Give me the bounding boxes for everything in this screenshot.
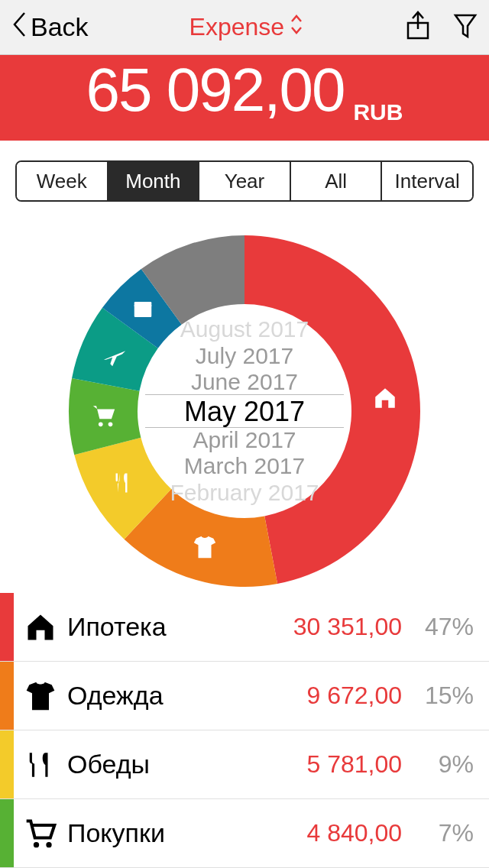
total-amount: 65 092,00 <box>86 55 345 125</box>
filter-icon[interactable] <box>452 11 478 44</box>
cart-icon <box>90 403 118 432</box>
navbar-actions <box>405 11 478 44</box>
category-name: Одежда <box>67 681 306 711</box>
film-icon <box>131 298 154 324</box>
category-percent: 15% <box>419 682 474 710</box>
category-amount: 30 351,00 <box>293 613 402 641</box>
house-icon <box>14 611 67 644</box>
category-amount: 5 781,00 <box>306 750 402 779</box>
plane-icon <box>102 342 128 371</box>
category-name: Ипотека <box>67 612 293 642</box>
cutlery-icon <box>110 470 133 499</box>
month-option[interactable]: May 2017 <box>153 395 336 426</box>
updown-icon <box>289 13 304 41</box>
page-title: Expense <box>189 13 285 41</box>
chevron-back-icon <box>11 11 28 44</box>
category-row[interactable]: Ипотека30 351,0047% <box>0 593 489 662</box>
cutlery-icon <box>14 748 67 782</box>
category-color-bar <box>0 593 14 661</box>
total-banner: 65 092,00 RUB <box>0 55 489 141</box>
month-option[interactable]: June 2017 <box>153 369 336 396</box>
category-percent: 47% <box>419 613 474 641</box>
back-button[interactable]: Back <box>11 11 89 44</box>
category-amount: 4 840,00 <box>306 819 402 847</box>
category-name: Обеды <box>67 750 306 779</box>
segment-all[interactable]: All <box>291 162 383 200</box>
category-row[interactable]: Покупки4 840,007% <box>0 799 489 868</box>
period-segmented: WeekMonthYearAllInterval <box>0 141 489 202</box>
tshirt-icon <box>14 679 67 713</box>
segment-week[interactable]: Week <box>17 162 108 200</box>
month-picker[interactable]: August 2017July 2017June 2017May 2017Apr… <box>153 316 336 506</box>
share-icon[interactable] <box>405 11 431 44</box>
svg-point-7 <box>46 842 51 847</box>
category-percent: 7% <box>419 819 474 847</box>
cart-icon <box>14 817 67 850</box>
month-option[interactable]: April 2017 <box>153 427 336 454</box>
category-color-bar <box>0 662 14 730</box>
total-currency: RUB <box>353 99 403 125</box>
navbar: Back Expense <box>0 0 489 55</box>
segment-year[interactable]: Year <box>199 162 291 200</box>
category-color-bar <box>0 799 14 867</box>
segment-month[interactable]: Month <box>108 162 200 200</box>
svg-point-2 <box>99 422 103 426</box>
category-name: Покупки <box>67 818 306 848</box>
donut-chart[interactable]: August 2017July 2017June 2017May 2017Apr… <box>0 212 489 610</box>
month-option[interactable]: August 2017 <box>153 316 336 343</box>
category-row[interactable]: Обеды5 781,009% <box>0 730 489 799</box>
category-amount: 9 672,00 <box>306 682 402 710</box>
category-row[interactable]: Одежда9 672,0015% <box>0 662 489 730</box>
tshirt-icon <box>192 534 218 563</box>
month-option[interactable]: February 2017 <box>153 480 336 507</box>
title-selector[interactable]: Expense <box>189 13 305 41</box>
segment-interval[interactable]: Interval <box>382 162 472 200</box>
month-option[interactable]: March 2017 <box>153 453 336 480</box>
month-option[interactable]: July 2017 <box>153 342 336 369</box>
svg-point-3 <box>108 422 113 426</box>
svg-point-6 <box>34 842 39 847</box>
category-color-bar <box>0 730 14 798</box>
house-icon <box>372 385 398 414</box>
category-percent: 9% <box>419 750 474 779</box>
category-list: Ипотека30 351,0047%Одежда9 672,0015%Обед… <box>0 593 489 868</box>
back-label: Back <box>31 12 89 42</box>
